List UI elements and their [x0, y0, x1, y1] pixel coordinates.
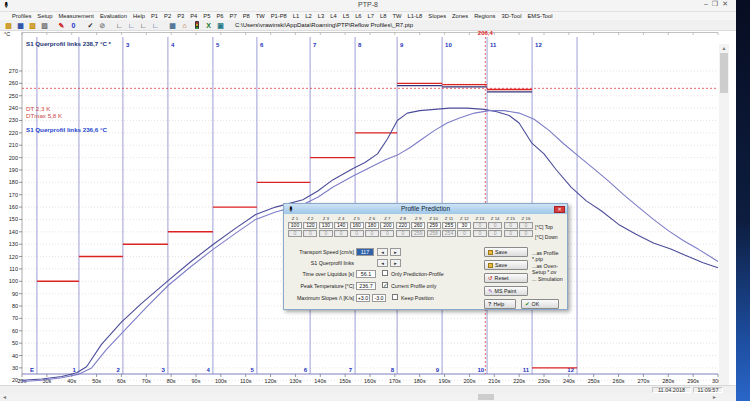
transport-speed-decrease-button[interactable]: ◄ [377, 248, 388, 256]
zone-top-input[interactable]: 100 [288, 222, 302, 229]
close-button[interactable]: ✕ [722, 0, 732, 7]
zone-down-input[interactable]: 0 [473, 230, 487, 237]
oven-icon[interactable]: ⌂ [179, 21, 190, 30]
menu-item-p6[interactable]: P6 [216, 13, 223, 19]
zone-top-input[interactable]: 0 [488, 222, 502, 229]
axes-marker-icon[interactable]: ∟ [150, 21, 161, 30]
menu-item-p2[interactable]: P2 [164, 13, 171, 19]
transport-speed-input[interactable]: 117 [356, 248, 374, 256]
scroll-up-icon[interactable]: ▲ [719, 44, 729, 52]
menu-item-3d-tool[interactable]: 3D-Tool [501, 13, 521, 19]
horizontal-scroll-thumb[interactable] [478, 394, 494, 400]
keep-position-checkbox[interactable] [392, 294, 398, 300]
zone-top-input[interactable]: 120 [303, 222, 317, 229]
axes-grid-icon[interactable]: ∟ [138, 21, 149, 30]
current-profile-only-checkbox[interactable]: ✓ [382, 282, 388, 288]
dialog-close-button[interactable]: ✕ [554, 206, 565, 213]
cancel-icon[interactable]: ⊘ [97, 21, 108, 30]
table-icon[interactable]: ▦ [167, 21, 178, 30]
menu-item-l4[interactable]: L4 [330, 13, 336, 19]
menu-item-regions[interactable]: Regions [474, 13, 495, 19]
zone-down-input[interactable]: 0 [457, 230, 471, 237]
menu-item-p4[interactable]: P4 [190, 13, 197, 19]
menu-item-zones[interactable]: Zones [452, 13, 468, 19]
check-icon[interactable]: ✓ [85, 21, 96, 30]
zone-down-input[interactable]: 0 [288, 230, 302, 237]
reset-button[interactable]: ↺Reset [484, 273, 528, 283]
zone-down-input[interactable]: 0 [365, 230, 379, 237]
open-folder-icon[interactable]: ▤ [3, 21, 14, 30]
peak-temperature-value[interactable]: 236.7 [356, 282, 376, 290]
sensor-prev-button[interactable]: ◄ [377, 259, 388, 267]
save-as-oven-setup-button[interactable]: Save [484, 260, 528, 270]
menu-item-l1-l8[interactable]: L1-L8 [408, 13, 423, 19]
ms-paint-button[interactable]: ✎MS Paint [484, 286, 528, 296]
zone-down-input[interactable]: 0 [519, 230, 533, 237]
zone-down-input[interactable]: 0 [350, 230, 364, 237]
menu-item-setup[interactable]: Setup [37, 13, 52, 19]
report-icon[interactable]: ▣ [215, 21, 226, 30]
zone-down-input[interactable]: 0 [334, 230, 348, 237]
zone-down-input[interactable]: 0 [303, 230, 317, 237]
menu-item-l6[interactable]: L6 [355, 13, 361, 19]
zone-down-input[interactable]: 258 [427, 230, 441, 237]
zone-top-input[interactable]: 220 [396, 222, 410, 229]
zone-top-input[interactable]: 200 [380, 222, 394, 229]
menu-item-profiles[interactable]: Profiles [12, 13, 31, 19]
traffic-light-icon[interactable] [191, 21, 202, 30]
axes-profile-icon[interactable]: ∟ [114, 21, 125, 30]
menu-item-p1[interactable]: P1 [151, 13, 158, 19]
menu-item-p7[interactable]: P7 [230, 13, 237, 19]
slope-down-value[interactable]: -3.0 [372, 294, 386, 302]
menu-item-l8[interactable]: L8 [380, 13, 386, 19]
zone-top-input[interactable]: 180 [365, 222, 379, 229]
excel-icon[interactable]: X [203, 21, 214, 30]
zone-down-input[interactable]: 0 [504, 230, 518, 237]
sensor-next-button[interactable]: ► [390, 259, 401, 267]
minimize-button[interactable]: – [704, 0, 712, 7]
zone-top-input[interactable]: 0 [473, 222, 487, 229]
dialog-title-bar[interactable]: ✒ Profile Prediction ✕ [284, 204, 567, 214]
zone-top-input[interactable]: 160 [350, 222, 364, 229]
zone-top-input[interactable]: 0 [519, 222, 533, 229]
scroll-left-icon[interactable]: ◄ [0, 393, 9, 401]
horizontal-scrollbar[interactable]: ◄ ► [0, 393, 736, 401]
menu-item-evaluation[interactable]: Evaluation [100, 13, 127, 19]
transport-speed-increase-button[interactable]: ► [390, 248, 401, 256]
save-as-profile-button[interactable]: Save [484, 247, 528, 257]
zone-down-input[interactable]: 259 [411, 230, 425, 237]
menu-item-p1-p8[interactable]: P1-P8 [271, 13, 287, 19]
menu-item-p3[interactable]: P3 [177, 13, 184, 19]
save-icon[interactable]: ▦ [15, 21, 26, 30]
zone-down-input[interactable]: 0 [319, 230, 333, 237]
export-icon[interactable]: ▧ [27, 21, 38, 30]
zone-down-input[interactable]: 254 [442, 230, 456, 237]
scroll-right-icon[interactable]: ► [710, 393, 719, 401]
zone-down-input[interactable]: 0 [380, 230, 394, 237]
ok-button[interactable]: ✔OK [521, 299, 559, 309]
menu-item-l3[interactable]: L3 [318, 13, 324, 19]
vertical-scrollbar[interactable]: ▲ ▼ [719, 44, 729, 393]
menu-item-p8[interactable]: P8 [243, 13, 250, 19]
axes-zoom-icon[interactable]: ∟ [126, 21, 137, 30]
zone-top-input[interactable]: 259 [427, 222, 441, 229]
zone-top-input[interactable]: 140 [334, 222, 348, 229]
time-over-liquidus-value[interactable]: 56.1 [356, 270, 376, 278]
print-icon[interactable]: ▨ [39, 21, 50, 30]
zone-top-input[interactable]: 130 [319, 222, 333, 229]
menu-item-tw[interactable]: TW [392, 13, 401, 19]
zone-down-input[interactable]: 0 [396, 230, 410, 237]
vertical-scroll-thumb[interactable] [720, 53, 728, 93]
zone-top-input[interactable]: 0 [504, 222, 518, 229]
help-button[interactable]: ?Help [484, 299, 516, 309]
slope-up-value[interactable]: +3.0 [356, 294, 370, 302]
zero-icon[interactable]: 0 [68, 21, 79, 30]
menu-item-help[interactable]: Help [133, 13, 145, 19]
menu-item-l2[interactable]: L2 [305, 13, 311, 19]
zone-down-input[interactable]: 0 [488, 230, 502, 237]
zone-top-input[interactable]: 30 [457, 222, 471, 229]
tools-icon[interactable]: ✎ [56, 21, 67, 30]
menu-item-l5[interactable]: L5 [343, 13, 349, 19]
menu-item-measurement[interactable]: Measurement [59, 13, 94, 19]
maximize-button[interactable]: ❐ [712, 0, 722, 7]
